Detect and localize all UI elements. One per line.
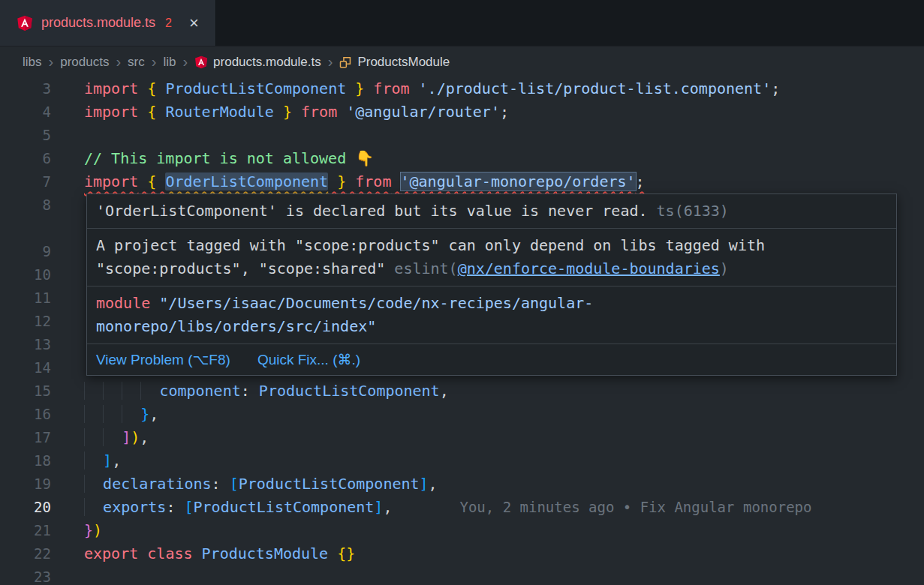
line-number[interactable]: 15 xyxy=(0,380,51,403)
code-token: RouterModule xyxy=(165,103,274,121)
breadcrumb: libs › products › src › lib › products.m… xyxy=(0,46,924,77)
breadcrumb-item-symbol[interactable]: ProductsModule xyxy=(339,55,450,70)
code-token: class xyxy=(147,544,192,562)
code-token: '@angular/router' xyxy=(346,103,500,121)
indent-guide xyxy=(140,382,159,400)
code-line-22[interactable]: 22export class ProductsModule {} xyxy=(0,542,924,566)
line-number[interactable]: 19 xyxy=(0,472,51,496)
line-number[interactable]: 11 xyxy=(0,286,51,310)
code-line-4[interactable]: 4import { RouterModule } from '@angular/… xyxy=(0,100,924,124)
code-token xyxy=(391,172,400,190)
line-number[interactable]: 16 xyxy=(0,403,51,426)
code-line-6[interactable]: 6// This import is not allowed 👇 xyxy=(0,147,924,170)
code-token xyxy=(274,103,283,121)
quick-fix-action[interactable]: Quick Fix... (⌘.) xyxy=(257,350,360,370)
code-line-content: }) xyxy=(51,519,924,542)
breadcrumb-item-file[interactable]: products.module.ts xyxy=(194,55,321,70)
code-token: : xyxy=(212,475,230,493)
angular-icon xyxy=(17,15,33,32)
indent-guide xyxy=(84,405,103,423)
hover-message-2: A project tagged with "scope:products" c… xyxy=(87,229,896,286)
line-number[interactable]: 3 xyxy=(0,77,51,100)
code-token: ] xyxy=(103,452,112,470)
code-token: ] xyxy=(420,475,429,493)
code-line-7[interactable]: 7import { OrderListComponent } from '@an… xyxy=(0,170,924,194)
line-number[interactable]: 13 xyxy=(0,333,51,356)
code-token: import xyxy=(84,80,138,98)
tab-bar: products.module.ts 2 × xyxy=(0,0,924,46)
code-line-23[interactable]: 23 xyxy=(0,566,924,585)
code-token: , xyxy=(383,498,392,516)
breadcrumb-item-src[interactable]: src xyxy=(128,55,145,70)
hover-text: ) xyxy=(720,260,729,278)
hover-text: "/Users/isaac/Documents/code/nx-recipes/… xyxy=(159,294,593,312)
tab-problems-badge: 2 xyxy=(165,16,172,30)
code-token: } xyxy=(283,103,292,121)
code-line-content: }, xyxy=(51,403,924,426)
breadcrumb-item-products[interactable]: products xyxy=(60,55,109,70)
breadcrumb-label: ProductsModule xyxy=(357,55,450,70)
code-token xyxy=(138,80,147,98)
code-token: ) xyxy=(131,428,140,446)
line-number[interactable]: 21 xyxy=(0,519,51,542)
line-number[interactable]: 20 xyxy=(0,496,51,519)
code-token: from xyxy=(355,172,391,190)
line-number[interactable]: 4 xyxy=(0,100,51,124)
code-line-18[interactable]: 18 ], xyxy=(0,449,924,472)
code-token: exports xyxy=(103,498,166,516)
code-token: , xyxy=(149,405,158,423)
breadcrumb-item-lib[interactable]: lib xyxy=(163,55,176,70)
tab-products-module[interactable]: products.module.ts 2 × xyxy=(0,0,216,46)
code-token: } xyxy=(355,80,364,98)
line-number[interactable]: 8 xyxy=(0,194,51,240)
code-token: '@angular-monorepo/orders' xyxy=(401,172,636,190)
line-number[interactable]: 6 xyxy=(0,147,51,170)
code-line-21[interactable]: 21}) xyxy=(0,519,924,542)
code-token xyxy=(346,80,355,98)
code-line-20[interactable]: 20 exports: [ProductListComponent],You, … xyxy=(0,496,924,519)
code-line-5[interactable]: 5 xyxy=(0,124,924,147)
indent-guide xyxy=(84,498,103,516)
indent-guide xyxy=(84,382,103,400)
line-number[interactable]: 17 xyxy=(0,426,51,449)
line-number[interactable]: 10 xyxy=(0,263,51,286)
code-line-19[interactable]: 19 declarations: [ProductListComponent], xyxy=(0,472,924,496)
chevron-right-icon: › xyxy=(182,54,188,69)
hover-actions: View Problem (⌥F8) Quick Fix... (⌘.) xyxy=(87,344,896,375)
line-number[interactable]: 5 xyxy=(0,124,51,147)
hover-text: monorepo/libs/orders/src/index" xyxy=(96,317,376,335)
code-line-content: exports: [ProductListComponent],You, 2 m… xyxy=(51,496,924,519)
code-token xyxy=(193,544,202,562)
code-token: : xyxy=(241,382,259,400)
breadcrumb-item-libs[interactable]: libs xyxy=(23,55,42,70)
indent-guide xyxy=(84,428,103,446)
code-token: { xyxy=(147,80,156,98)
hover-text: A project tagged with "scope:products" c… xyxy=(96,236,765,254)
code-line-17[interactable]: 17 ]), xyxy=(0,426,924,449)
code-line-16[interactable]: 16 }, xyxy=(0,403,924,426)
code-line-content: import { RouterModule } from '@angular/r… xyxy=(51,100,924,124)
line-number[interactable]: 22 xyxy=(0,542,51,566)
hover-message-3: module "/Users/isaac/Documents/code/nx-r… xyxy=(87,286,896,344)
line-number[interactable]: 14 xyxy=(0,356,51,380)
view-problem-action[interactable]: View Problem (⌥F8) xyxy=(96,350,230,370)
code-token: export xyxy=(84,544,138,562)
indent-guide xyxy=(84,475,103,493)
line-number[interactable]: 12 xyxy=(0,310,51,333)
close-icon[interactable]: × xyxy=(189,15,199,32)
eslint-rule-link[interactable]: @nx/enforce-module-boundaries xyxy=(458,260,720,278)
line-number[interactable]: 9 xyxy=(0,240,51,263)
code-token: import xyxy=(84,172,138,190)
code-token: { xyxy=(147,172,156,190)
line-number[interactable]: 18 xyxy=(0,449,51,472)
code-token xyxy=(156,103,165,121)
code-token xyxy=(410,80,419,98)
code-token: ProductsModule xyxy=(202,544,329,562)
code-token: component xyxy=(159,382,240,400)
code-line-3[interactable]: 3import { ProductListComponent } from '.… xyxy=(0,77,924,100)
code-token xyxy=(138,544,147,562)
line-number[interactable]: 23 xyxy=(0,566,51,585)
line-number[interactable]: 7 xyxy=(0,170,51,194)
code-line-15[interactable]: 15 component: ProductListComponent, xyxy=(0,380,924,403)
code-token: declarations xyxy=(103,475,212,493)
